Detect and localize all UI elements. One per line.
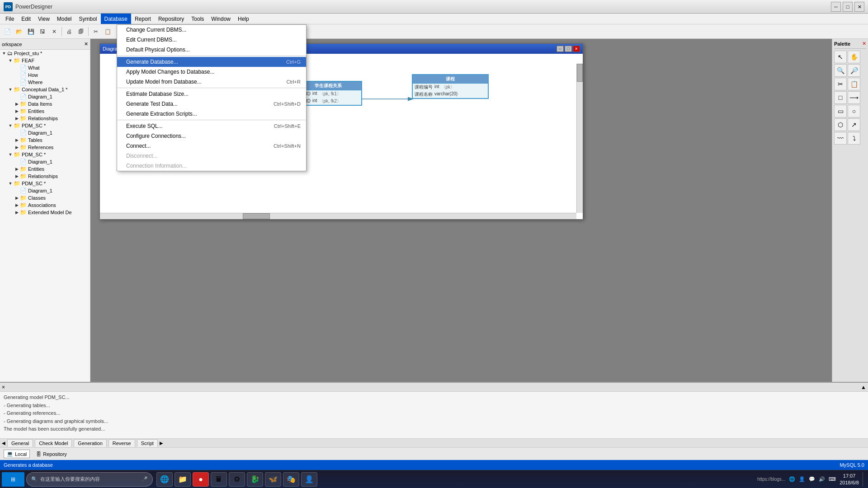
palette-select[interactable]: ↖ bbox=[834, 51, 847, 63]
tree-expander-1[interactable]: ▼ bbox=[7, 57, 14, 64]
menu-connect[interactable]: Connect... Ctrl+Shift+N bbox=[117, 141, 306, 151]
palette-link[interactable]: ⟶ bbox=[848, 91, 860, 104]
menu-generate-db[interactable]: Generate Database... Ctrl+G bbox=[117, 57, 306, 67]
tree-expander-18[interactable]: ▼ bbox=[7, 180, 14, 187]
palette-bend[interactable]: ⤵ bbox=[848, 132, 860, 145]
menu-change-dbms[interactable]: Change Current DBMS... bbox=[117, 25, 306, 35]
taskbar-app-settings[interactable]: ⚙ bbox=[229, 472, 245, 487]
tree-item-1[interactable]: ▼📁FEAF bbox=[0, 57, 90, 64]
menu-file[interactable]: File bbox=[2, 14, 18, 24]
taskbar-app-red[interactable]: ● bbox=[193, 472, 209, 487]
maximize-button[interactable]: □ bbox=[843, 2, 853, 12]
palette-zoom-out[interactable]: 🔎 bbox=[848, 64, 860, 77]
menu-window[interactable]: Window bbox=[208, 14, 234, 24]
tree-expander-14[interactable]: ▼ bbox=[7, 151, 14, 158]
canvas-h-scrollbar-thumb[interactable] bbox=[243, 213, 270, 219]
menu-view[interactable]: View bbox=[34, 14, 53, 24]
tree-item-22[interactable]: ▶📁Extended Model De bbox=[0, 209, 90, 216]
menu-report[interactable]: Report bbox=[131, 14, 155, 24]
palette-hand[interactable]: ✋ bbox=[848, 51, 860, 63]
palette-close-icon[interactable]: ✕ bbox=[862, 41, 866, 47]
nav-local[interactable]: 💻 Local bbox=[4, 450, 30, 458]
tree-item-8[interactable]: ▶📁Entities bbox=[0, 108, 90, 115]
canvas-minimize[interactable]: ─ bbox=[557, 46, 564, 52]
tree-item-21[interactable]: ▶📁Associations bbox=[0, 202, 90, 209]
tree-item-6[interactable]: 📄Diagram_1 bbox=[0, 93, 90, 100]
tree-expander-17[interactable]: ▶ bbox=[14, 173, 20, 179]
open-button[interactable]: 📂 bbox=[14, 26, 24, 37]
palette-rect[interactable]: ▭ bbox=[834, 105, 847, 117]
canvas-h-scrollbar[interactable] bbox=[100, 213, 576, 219]
tab-generation[interactable]: Generation bbox=[74, 439, 106, 447]
tab-script[interactable]: Script bbox=[137, 439, 158, 447]
tab-reverse[interactable]: Reverse bbox=[108, 439, 135, 447]
tab-nav-right[interactable]: ▶ bbox=[160, 441, 163, 446]
menu-model[interactable]: Model bbox=[53, 14, 75, 24]
menu-estimate-size[interactable]: Estimate Database Size... bbox=[117, 89, 306, 99]
menu-default-options[interactable]: Default Physical Options... bbox=[117, 45, 306, 55]
tree-expander-8[interactable]: ▶ bbox=[14, 108, 20, 114]
taskbar-app-9[interactable]: 👤 bbox=[301, 472, 317, 487]
print-button[interactable]: 🖨 bbox=[64, 26, 75, 37]
taskbar-app-calc[interactable]: 🖩 bbox=[211, 472, 227, 487]
status-collapse-icon[interactable]: ▲ bbox=[861, 384, 866, 390]
menu-generate-extract[interactable]: Generate Extraction Scripts... bbox=[117, 109, 306, 119]
tree-item-4[interactable]: 📄Where bbox=[0, 79, 90, 86]
tree-item-5[interactable]: ▼📁Conceptual Data_1 * bbox=[0, 86, 90, 93]
taskbar-app-ie[interactable]: 🌐 bbox=[156, 472, 173, 487]
tree-expander-21[interactable]: ▶ bbox=[14, 202, 20, 208]
panel-close-icon[interactable]: ✕ bbox=[84, 41, 88, 47]
tree-expander-0[interactable]: ▼ bbox=[1, 50, 7, 56]
tab-nav-left[interactable]: ◀ bbox=[2, 441, 5, 446]
tree-item-11[interactable]: 📄Diagram_1 bbox=[0, 129, 90, 136]
print-preview-button[interactable]: 🗐 bbox=[75, 26, 86, 37]
tree-expander-13[interactable]: ▶ bbox=[14, 144, 20, 150]
tree-expander-5[interactable]: ▼ bbox=[7, 86, 14, 93]
tree-expander-22[interactable]: ▶ bbox=[14, 209, 20, 216]
palette-zoom-in[interactable]: 🔍 bbox=[834, 64, 847, 77]
tree-item-15[interactable]: 📄Diagram_1 bbox=[0, 158, 90, 165]
menu-generate-test[interactable]: Generate Test Data... Ctrl+Shift+D bbox=[117, 99, 306, 109]
tree-expander-12[interactable]: ▶ bbox=[14, 137, 20, 143]
palette-arrow1[interactable]: ↗ bbox=[848, 118, 860, 131]
tree-item-2[interactable]: 📄What bbox=[0, 64, 90, 71]
taskbar-app-8[interactable]: 🎭 bbox=[283, 472, 299, 487]
tree-item-17[interactable]: ▶📁Relationships bbox=[0, 173, 90, 180]
tree-item-7[interactable]: ▶📁Data Items bbox=[0, 100, 90, 108]
canvas-close[interactable]: ✕ bbox=[573, 46, 580, 52]
start-button[interactable]: ⊞ bbox=[2, 472, 24, 487]
palette-curve[interactable]: 〰 bbox=[834, 132, 847, 145]
nav-repository[interactable]: 🗄 Repository bbox=[33, 450, 70, 458]
tree-item-19[interactable]: 📄Diagram_1 bbox=[0, 187, 90, 194]
canvas-v-scrollbar[interactable] bbox=[576, 64, 583, 213]
cut-button[interactable]: ✂ bbox=[90, 26, 101, 37]
canvas-maximize[interactable]: □ bbox=[565, 46, 572, 52]
menu-symbol[interactable]: Symbol bbox=[75, 14, 101, 24]
taskbar-app-7[interactable]: 🦋 bbox=[265, 472, 281, 487]
tree-item-12[interactable]: ▶📁Tables bbox=[0, 136, 90, 144]
menu-repository[interactable]: Repository bbox=[155, 14, 188, 24]
tab-general[interactable]: General bbox=[7, 439, 33, 447]
taskbar-app-explorer[interactable]: 📁 bbox=[175, 472, 191, 487]
tree-item-0[interactable]: ▼🗂Project_stu * bbox=[0, 50, 90, 57]
tree-item-16[interactable]: ▶📁Entities bbox=[0, 165, 90, 173]
close-button[interactable]: ✕ bbox=[854, 2, 864, 12]
menu-configure-connections[interactable]: Configure Connections... bbox=[117, 131, 306, 141]
canvas-v-scrollbar-thumb[interactable] bbox=[577, 64, 583, 82]
menu-database[interactable]: Database bbox=[101, 14, 131, 24]
tree-expander-16[interactable]: ▶ bbox=[14, 166, 20, 172]
palette-circle[interactable]: ○ bbox=[848, 105, 860, 117]
close-button2[interactable]: ✕ bbox=[49, 26, 60, 37]
palette-node[interactable]: □ bbox=[834, 91, 847, 104]
save-button[interactable]: 💾 bbox=[25, 26, 36, 37]
tree-item-14[interactable]: ▼📁PDM_SC * bbox=[0, 151, 90, 158]
menu-tools[interactable]: Tools bbox=[188, 14, 208, 24]
menu-help[interactable]: Help bbox=[234, 14, 253, 24]
menu-edit-dbms[interactable]: Edit Current DBMS... bbox=[117, 35, 306, 45]
tree-expander-10[interactable]: ▼ bbox=[7, 122, 14, 129]
save-all-button[interactable]: 🖫 bbox=[37, 26, 48, 37]
menu-apply-model[interactable]: Apply Model Changes to Database... bbox=[117, 67, 306, 77]
tree-expander-7[interactable]: ▶ bbox=[14, 101, 20, 107]
tree-item-18[interactable]: ▼📁PDM_SC * bbox=[0, 180, 90, 187]
palette-hex[interactable]: ⬡ bbox=[834, 118, 847, 131]
